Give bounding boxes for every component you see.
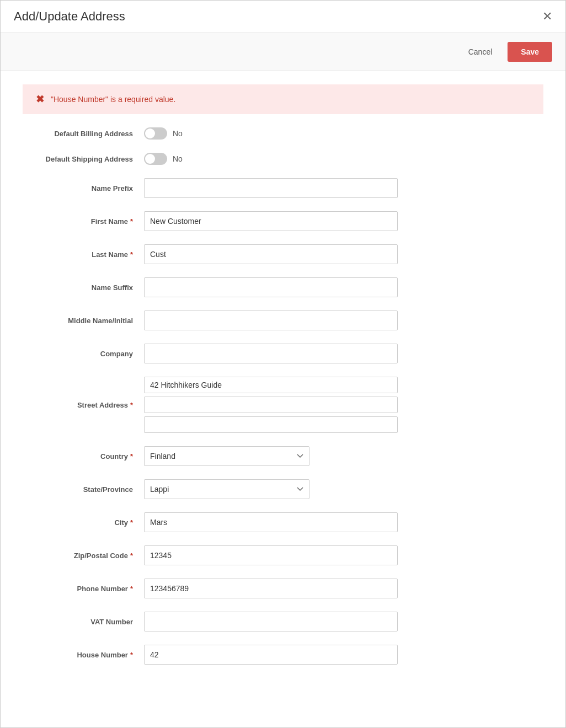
field-middle-name: Middle Name/Initial [23, 311, 543, 330]
save-button[interactable]: Save [508, 42, 552, 62]
input-company[interactable] [144, 344, 398, 363]
field-company: Company [23, 344, 543, 363]
modal: Add/Update Address ✕ Cancel Save ✖ "Hous… [0, 0, 566, 728]
toggle-wrap-shipping: No [144, 153, 183, 165]
field-default-shipping: Default Shipping Address No [23, 153, 543, 165]
input-name-prefix[interactable] [144, 178, 398, 198]
label-vat: VAT Number [23, 618, 144, 626]
field-last-name: Last Name* [23, 244, 543, 264]
field-first-name: First Name* [23, 211, 543, 231]
label-first-name: First Name* [23, 217, 144, 226]
field-name-suffix: Name Suffix [23, 277, 543, 297]
field-street-address: Street Address* [23, 377, 543, 433]
input-phone[interactable] [144, 579, 398, 598]
required-star-city: * [130, 518, 133, 527]
input-last-name[interactable] [144, 244, 398, 264]
cancel-button[interactable]: Cancel [460, 43, 501, 61]
input-street-address-1[interactable] [144, 377, 398, 393]
toggle-billing[interactable] [144, 127, 167, 140]
select-state-province[interactable]: Lappi [144, 479, 309, 499]
input-street-address-2[interactable] [144, 397, 398, 413]
error-banner-wrapper: ✖ "House Number" is a required value. [23, 84, 543, 114]
modal-header: Add/Update Address ✕ [1, 1, 565, 33]
label-country: Country* [23, 452, 144, 461]
required-star-street: * [130, 401, 133, 409]
toolbar: Cancel Save [1, 33, 565, 71]
input-house-number[interactable] [144, 645, 398, 665]
toggle-billing-slider[interactable] [144, 127, 167, 140]
toggle-shipping-label: No [173, 154, 183, 163]
label-middle-name: Middle Name/Initial [23, 317, 144, 325]
select-country[interactable]: Finland [144, 446, 309, 466]
label-default-billing: Default Billing Address [23, 130, 144, 138]
label-phone: Phone Number* [23, 585, 144, 593]
close-icon[interactable]: ✕ [542, 10, 552, 23]
error-icon: ✖ [36, 93, 44, 105]
toggle-wrap-billing: No [144, 127, 183, 140]
field-house-number: House Number* [23, 645, 543, 665]
input-zip[interactable] [144, 545, 398, 565]
street-address-rows [144, 377, 398, 433]
field-phone: Phone Number* [23, 579, 543, 598]
field-vat: VAT Number [23, 612, 543, 631]
toggle-billing-label: No [173, 129, 183, 138]
label-city: City* [23, 518, 144, 527]
field-country: Country* Finland [23, 446, 543, 466]
input-name-suffix[interactable] [144, 277, 398, 297]
label-zip: Zip/Postal Code* [23, 552, 144, 560]
label-name-prefix: Name Prefix [23, 184, 144, 192]
label-default-shipping: Default Shipping Address [23, 155, 144, 163]
toggle-shipping[interactable] [144, 153, 167, 165]
toggle-shipping-slider[interactable] [144, 153, 167, 165]
label-last-name: Last Name* [23, 250, 144, 259]
required-star-first-name: * [130, 217, 133, 226]
error-message: "House Number" is a required value. [51, 95, 175, 104]
field-name-prefix: Name Prefix [23, 178, 543, 198]
required-star-country: * [130, 452, 133, 461]
field-city: City* [23, 512, 543, 532]
input-city[interactable] [144, 512, 398, 532]
field-zip: Zip/Postal Code* [23, 545, 543, 565]
input-middle-name[interactable] [144, 311, 398, 330]
input-vat[interactable] [144, 612, 398, 631]
input-first-name[interactable] [144, 211, 398, 231]
error-banner: ✖ "House Number" is a required value. [23, 84, 543, 114]
label-house-number: House Number* [23, 651, 144, 659]
required-star-last-name: * [130, 250, 133, 259]
input-street-address-3[interactable] [144, 416, 398, 433]
modal-title: Add/Update Address [14, 9, 125, 24]
required-star-zip: * [130, 552, 133, 560]
label-name-suffix: Name Suffix [23, 283, 144, 292]
field-state-province: State/Province Lappi [23, 479, 543, 499]
required-star-house: * [130, 651, 133, 659]
required-star-phone: * [130, 585, 133, 593]
label-state-province: State/Province [23, 485, 144, 494]
field-default-billing: Default Billing Address No [23, 127, 543, 140]
label-street-address: Street Address* [23, 401, 144, 409]
label-company: Company [23, 350, 144, 358]
form-body: Default Billing Address No Default Shipp… [1, 119, 565, 700]
